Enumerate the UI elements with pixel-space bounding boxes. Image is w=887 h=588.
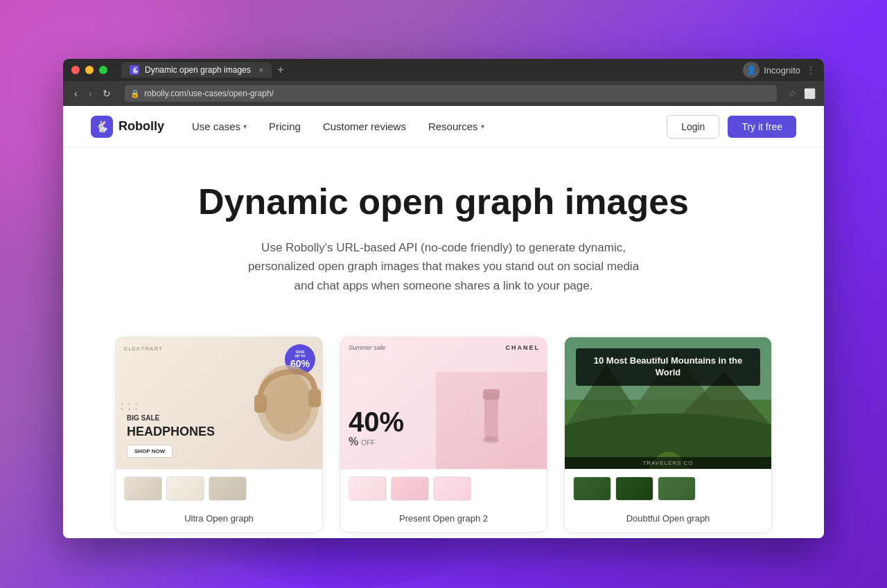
svg-rect-5 [483, 389, 500, 400]
nav-links: Use cases ▾ Pricing Customer reviews Res… [192, 121, 667, 132]
thumbnail-1c[interactable] [209, 476, 247, 501]
nav-link-pricing[interactable]: Pricing [269, 121, 301, 132]
logo[interactable]: 🐇 Robolly [91, 116, 164, 138]
thumbnail-3c[interactable] [658, 476, 696, 501]
browser-toolbar-icons: ☆ ⬜ [788, 88, 816, 99]
card1-thumbnails [116, 469, 322, 508]
cosmetics-svg [464, 386, 519, 455]
template-card-3[interactable]: 10 Most Beautiful Mountains in the World… [564, 337, 772, 533]
back-button[interactable]: ‹ [71, 87, 80, 100]
card-preview-2: Summer sale CHANEL 40% % OFF [340, 337, 547, 469]
card1-label: Ultra Open graph [116, 508, 322, 532]
login-button[interactable]: Login [667, 115, 719, 139]
active-tab[interactable]: 🐇 Dynamic open graph images × [121, 62, 272, 78]
card3-label: Doubtful Open graph [565, 508, 771, 532]
site-nav: 🐇 Robolly Use cases ▾ Pricing Customer r… [63, 106, 824, 148]
card3-thumbnails [565, 469, 771, 508]
browser-menu-button[interactable]: ⋮ [806, 64, 816, 75]
template-card-2[interactable]: Summer sale CHANEL 40% % OFF [340, 337, 547, 533]
card3-footer: TRAVELERS CO [565, 457, 771, 469]
card2-brand: CHANEL [506, 344, 541, 351]
url-bar[interactable]: 🔒 robolly.com/use-cases/open-graph/ [125, 85, 777, 102]
template-card-1[interactable]: Elektrart SAVE UP TO 60% [115, 337, 323, 533]
card2-off-text: OFF [361, 439, 375, 447]
thumbnail-3b[interactable] [615, 476, 653, 501]
card3-title: 10 Most Beautiful Mountains in the World [576, 348, 760, 386]
new-tab-button[interactable]: + [277, 64, 283, 76]
hero-section: Dynamic open graph images Use Robolly's … [63, 148, 824, 316]
bookmark-icon[interactable]: ☆ [788, 88, 797, 99]
card1-cta[interactable]: SHOP NOW [127, 445, 173, 458]
refresh-button[interactable]: ↻ [100, 87, 114, 100]
incognito-label: Incognito [764, 65, 800, 75]
thumbnail-2c[interactable] [433, 476, 471, 501]
page-title: Dynamic open graph images [91, 182, 796, 222]
nav-link-customer-reviews[interactable]: Customer reviews [323, 121, 406, 132]
card2-tag: Summer sale [349, 344, 385, 351]
card-preview-3: 10 Most Beautiful Mountains in the World… [565, 337, 771, 469]
lock-icon: 🔒 [130, 89, 140, 98]
thumbnail-3a[interactable] [573, 476, 611, 501]
minimize-window-button[interactable] [85, 66, 94, 74]
tab-bar: 🐇 Dynamic open graph images × + [121, 62, 737, 78]
browser-window: 🐇 Dynamic open graph images × + 👤 Incogn… [63, 59, 824, 538]
card2-thumbnails [340, 469, 547, 508]
card-preview-1: Elektrart SAVE UP TO 60% [116, 337, 322, 469]
nav-actions: Login Try it free [667, 115, 796, 139]
tab-favicon: 🐇 [130, 65, 139, 75]
thumbnail-1b[interactable] [166, 476, 204, 501]
card2-product-image [436, 372, 547, 469]
browser-toolbar: ‹ › ↻ 🔒 robolly.com/use-cases/open-graph… [63, 81, 824, 106]
thumbnail-1a[interactable] [124, 476, 162, 501]
hero-subtitle: Use Robolly's URL-based API (no-code fri… [243, 238, 644, 295]
svg-point-6 [483, 436, 500, 443]
try-free-button[interactable]: Try it free [728, 116, 796, 138]
browser-titlebar: 🐇 Dynamic open graph images × + 👤 Incogn… [63, 59, 824, 81]
tab-close-button[interactable]: × [259, 66, 263, 74]
chevron-down-icon: ▾ [243, 123, 247, 130]
card2-label: Present Open graph 2 [340, 508, 547, 532]
logo-icon: 🐇 [91, 116, 113, 138]
avatar: 👤 [743, 62, 759, 78]
card1-sale-label: BIG SALE [127, 414, 311, 422]
incognito-indicator: 👤 Incognito [743, 62, 800, 78]
close-window-button[interactable] [71, 66, 80, 74]
cards-section: Elektrart SAVE UP TO 60% [63, 316, 824, 533]
card2-discount: 40% % OFF [349, 408, 404, 448]
website-content: 🐇 Robolly Use cases ▾ Pricing Customer r… [63, 106, 824, 538]
forward-button[interactable]: › [86, 87, 95, 100]
extensions-icon[interactable]: ⬜ [804, 88, 816, 99]
nav-link-resources[interactable]: Resources ▾ [428, 121, 484, 132]
logo-text: Robolly [118, 119, 164, 134]
nav-link-use-cases[interactable]: Use cases ▾ [192, 121, 247, 132]
thumbnail-2a[interactable] [349, 476, 387, 501]
thumbnail-2b[interactable] [391, 476, 429, 501]
card2-off-label: % [349, 436, 358, 448]
card1-content: BIG SALE HEADPHONES SHOP NOW [116, 337, 322, 469]
maximize-window-button[interactable] [99, 66, 107, 74]
tab-title: Dynamic open graph images [145, 65, 251, 75]
svg-rect-4 [484, 393, 498, 441]
card1-product-label: HEADPHONES [127, 425, 311, 439]
card2-percent: 40% [349, 408, 404, 436]
url-text: robolly.com/use-cases/open-graph/ [144, 89, 274, 98]
chevron-down-icon: ▾ [481, 123, 484, 130]
